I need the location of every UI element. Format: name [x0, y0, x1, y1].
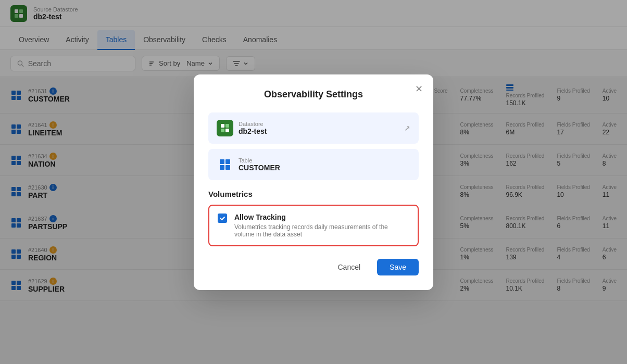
- content-area: #21631 i CUSTOMER Tags No Tags Quality S…: [0, 77, 627, 364]
- modal-overlay[interactable]: ✕ Observability Settings: [0, 77, 627, 364]
- table-info-left: Table CUSTOMER: [217, 156, 280, 173]
- external-link-icon[interactable]: ↗: [404, 124, 410, 132]
- checkbox-checked-indicator: [218, 214, 227, 223]
- allow-tracking-checkbox[interactable]: [218, 214, 228, 224]
- datastore-info-left: Datastore db2-test: [217, 120, 267, 136]
- datastore-card: Datastore db2-test ↗: [208, 112, 419, 144]
- datastore-text: Datastore db2-test: [239, 121, 267, 135]
- svg-rect-47: [225, 165, 230, 170]
- svg-rect-42: [221, 129, 224, 132]
- datastore-icon: [217, 120, 233, 136]
- table-label: Table: [239, 157, 280, 164]
- datastore-value: db2-test: [239, 127, 267, 135]
- svg-rect-46: [220, 165, 224, 170]
- modal-footer: Cancel Save: [208, 259, 419, 275]
- tracking-text: Allow Tracking Volumetrics tracking reco…: [234, 213, 409, 238]
- table-text: Table CUSTOMER: [239, 157, 280, 172]
- volumetrics-title: Volumetrics: [208, 190, 419, 198]
- table-value: CUSTOMER: [239, 164, 280, 172]
- modal-close-button[interactable]: ✕: [412, 83, 425, 95]
- page-layout: Source Datastore db2-test Overview Activ…: [0, 0, 627, 364]
- tracking-title: Allow Tracking: [234, 213, 409, 221]
- allow-tracking-card: Allow Tracking Volumetrics tracking reco…: [208, 205, 419, 246]
- table-icon: [217, 156, 233, 173]
- svg-rect-40: [221, 124, 224, 128]
- modal-title: Observability Settings: [208, 89, 419, 100]
- svg-rect-45: [225, 159, 230, 164]
- datastore-label: Datastore: [239, 121, 267, 127]
- table-card: Table CUSTOMER: [208, 149, 419, 180]
- tracking-desc: Volumetrics tracking records daily measu…: [234, 223, 409, 238]
- observability-settings-modal: ✕ Observability Settings: [194, 77, 433, 290]
- svg-rect-43: [225, 129, 229, 132]
- svg-rect-41: [225, 124, 229, 128]
- svg-rect-44: [220, 159, 224, 164]
- cancel-button[interactable]: Cancel: [327, 259, 371, 275]
- save-button[interactable]: Save: [377, 259, 419, 275]
